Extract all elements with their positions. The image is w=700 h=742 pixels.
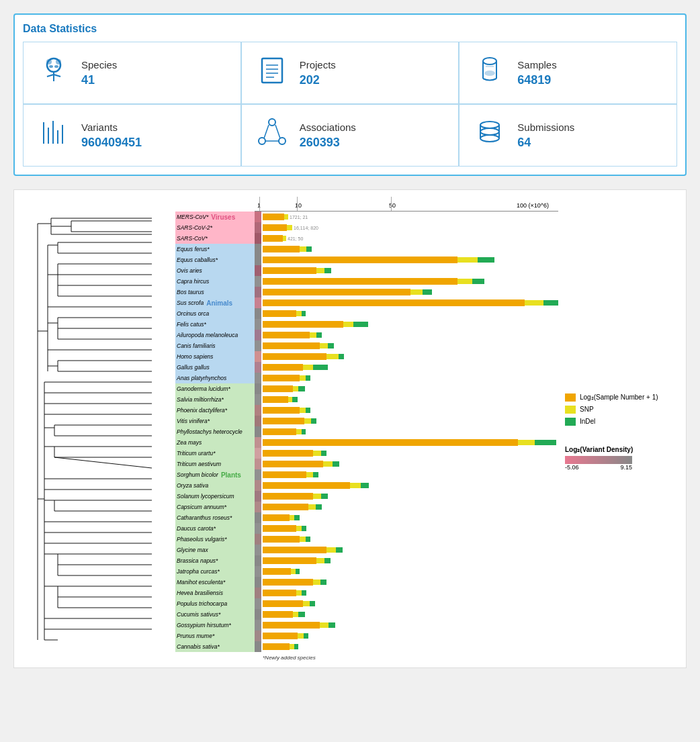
bar-row-cucumis: [263, 609, 558, 620]
density-cell-1: [255, 222, 261, 233]
species-row-homo: Homo sapiens: [175, 351, 255, 362]
density-cell-39: [255, 631, 261, 641]
bar-row-sorghum: [263, 469, 558, 480]
bar-row-solanum: [263, 491, 558, 502]
stat-info-submissions: Submissions 64: [517, 122, 574, 150]
bar-row-equusferus: [263, 244, 558, 254]
density-cell-17: [255, 394, 261, 405]
stat-info-associations: Associations 260393: [300, 122, 356, 150]
svg-line-26: [264, 125, 269, 138]
axis-label-50: 50: [389, 202, 396, 209]
bar-row-orcinus: [263, 308, 558, 319]
legend-label-indel: InDel: [580, 418, 595, 425]
bar-row-cannabis: [263, 641, 558, 652]
legend-label-orange: Log₂(Sample Number + 1): [580, 393, 658, 401]
density-cell-31: [255, 545, 261, 555]
species-row-glycine: Glycine max: [175, 545, 255, 555]
stats-grid: Species 41 Projects 202: [23, 42, 677, 167]
stat-cell-projects: Projects 202: [241, 42, 460, 104]
species-row-phaseolus: Phaseolus vulgaris*: [175, 534, 255, 545]
bar-row-capsicum: [263, 502, 558, 512]
bar-row-ganod: [263, 383, 558, 394]
density-cell-14: [255, 362, 261, 373]
associations-label: Associations: [300, 122, 356, 133]
stats-card: Data Statistics Species 41: [13, 13, 687, 176]
associations-icon: [255, 115, 289, 155]
density-cell-28: [255, 512, 261, 523]
species-row-sorghum: Sorghum bicolor Plants: [175, 469, 255, 480]
species-row-catharanthus: Catharanthus roseus*: [175, 512, 255, 523]
density-cell-35: [255, 588, 261, 598]
bar-row-felis: [263, 319, 558, 330]
bar-row-bos: [263, 287, 558, 297]
legend-swatch-yellow: [565, 406, 576, 414]
bar-row-glycine: [263, 545, 558, 555]
density-cell-15: [255, 373, 261, 383]
svg-point-29: [480, 122, 499, 128]
species-icon: [37, 53, 71, 93]
density-cell-6: [255, 276, 261, 287]
density-cell-29: [255, 523, 261, 534]
density-cell-36: [255, 598, 261, 609]
stat-cell-associations: Associations 260393: [241, 104, 460, 167]
density-cell-23: [255, 459, 261, 469]
species-row-ovis: Ovis aries: [175, 265, 255, 276]
species-row-salvia: Salvia miltiorrhiza*: [175, 394, 255, 405]
svg-point-32: [480, 128, 499, 135]
legend-swatch-orange: [565, 393, 576, 402]
species-row-populus: Populus trichocarpa: [175, 598, 255, 609]
bar-row-phyllo: [263, 426, 558, 437]
species-row-phyllostachys: Phyllostachys heterocycle: [175, 426, 255, 437]
bar-row-sarscov: 421; 50: [263, 233, 558, 244]
stat-cell-species: Species 41: [23, 42, 241, 104]
bar-row-triticum-ur: [263, 448, 558, 459]
density-cell-37: [255, 609, 261, 620]
density-cell-11: [255, 330, 261, 340]
legend-gradient-bar: [565, 456, 632, 464]
species-row-equuscab: Equus caballus*: [175, 254, 255, 265]
svg-line-6: [47, 75, 54, 77]
chart-container: MERS-CoV* Viruses SARS-CoV-2* SARS-CoV* …: [13, 189, 687, 668]
legend-item-orange: Log₂(Sample Number + 1): [565, 393, 672, 402]
chart-axis: 1 10 50 100 (×10^6): [255, 197, 558, 212]
viz-wrapper: MERS-CoV* Viruses SARS-CoV-2* SARS-CoV* …: [21, 197, 679, 661]
submissions-label: Submissions: [517, 122, 574, 133]
species-label: Species: [81, 59, 117, 71]
svg-line-86: [54, 457, 152, 468]
bar-row-salvia: [263, 394, 558, 405]
density-cell-4: [255, 254, 261, 265]
legend-item-yellow: SNP: [565, 406, 672, 414]
density-cell-25: [255, 480, 261, 491]
legend-density-section: Log₂(Variant Density) -5.06 9.15: [565, 440, 672, 471]
density-column: [255, 212, 261, 652]
svg-point-35: [480, 135, 499, 142]
svg-rect-8: [262, 58, 282, 83]
density-cell-8: [255, 297, 261, 308]
svg-point-23: [269, 119, 275, 126]
species-row-triticum-ae: Triticum aestivum: [175, 459, 255, 469]
species-row-canis: Canis familiaris: [175, 340, 255, 351]
density-cell-2: [255, 233, 261, 244]
newly-added-label: *Newly added species: [255, 655, 679, 661]
projects-value: 202: [300, 73, 336, 87]
species-column: MERS-CoV* Viruses SARS-CoV-2* SARS-CoV* …: [175, 212, 255, 661]
svg-line-27: [275, 125, 280, 138]
species-row-vitis: Vitis vinifera*: [175, 416, 255, 426]
bars-column: 1721; 21 16,114; 820 421; 50: [261, 212, 558, 652]
species-row-gallus: Gallus gallus: [175, 362, 255, 373]
svg-point-13: [483, 58, 496, 64]
bar-row-manihot: [263, 577, 558, 588]
bar-row-brassica: [263, 555, 558, 566]
svg-line-7: [54, 75, 60, 77]
bar-row-ailuro: [263, 330, 558, 340]
bar-row-zea: [263, 437, 558, 448]
stat-info-species: Species 41: [81, 59, 117, 87]
bar-row-homo: [263, 351, 558, 362]
species-row-equusferus: Equus ferus*: [175, 244, 255, 254]
phylo-tree: [21, 197, 175, 661]
density-cell-26: [255, 491, 261, 502]
density-cell-0: [255, 212, 261, 222]
density-cell-19: [255, 416, 261, 426]
species-row-capsicum: Capsicum annuum*: [175, 502, 255, 512]
svg-point-25: [279, 138, 286, 144]
